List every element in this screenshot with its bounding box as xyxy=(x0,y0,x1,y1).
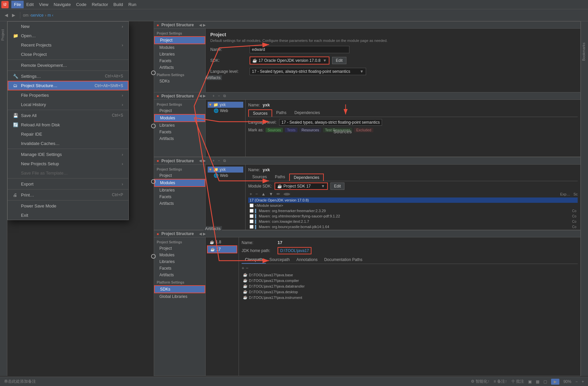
project-sidebar[interactable]: Project xyxy=(0,21,7,376)
menu-item-save-all[interactable]: 💾 Save All Ctrl+S xyxy=(8,111,128,120)
cp-tab-sourcepath[interactable]: Sourcepath xyxy=(266,256,293,264)
ps4-item-facets[interactable]: Facets xyxy=(154,265,205,272)
menu-item-close-project[interactable]: Close Project xyxy=(8,50,128,59)
cp-tab-annotations[interactable]: Annotations xyxy=(293,256,321,264)
menu-item-reload-all[interactable]: 🔄 Reload All from Disk xyxy=(8,120,128,129)
menu-item-file-properties[interactable]: File Properties › xyxy=(8,90,128,100)
menu-item-settings[interactable]: 🔧 Settings… Ctrl+Alt+S xyxy=(8,71,128,81)
dep-module-source-cb[interactable] xyxy=(250,203,254,207)
ps4-item-global-libs[interactable]: Global Libraries xyxy=(154,293,205,300)
cp-remove-btn[interactable]: − xyxy=(246,265,248,271)
ps3-item-modules[interactable]: Modules xyxy=(154,179,205,187)
menu-item-repair-ide[interactable]: Repair IDE xyxy=(8,129,128,139)
menu-item-export[interactable]: Export › xyxy=(8,179,128,189)
bookmarks-sidebar[interactable]: Bookmarks xyxy=(581,21,588,376)
menu-item-invalidate[interactable]: Invalidate Caches… xyxy=(8,139,128,148)
ps4-item-sdks[interactable]: SDKs xyxy=(154,285,205,293)
nav-forward-btn[interactable]: ▶ xyxy=(10,11,17,19)
menu-item-print[interactable]: 🖨 Print… Ctrl+P xyxy=(8,190,128,199)
breadcrumb-service[interactable]: service xyxy=(31,13,44,18)
dep-down[interactable]: ▼ xyxy=(268,191,275,197)
menu-navigate[interactable]: Navigate xyxy=(51,1,73,8)
dep-add[interactable]: + xyxy=(248,191,254,197)
tab3-sources[interactable]: Sources xyxy=(248,174,271,181)
ps3-item-facets[interactable]: Facets xyxy=(154,193,205,200)
ps4-item-libraries[interactable]: Libraries xyxy=(154,258,205,265)
module-sdk-select[interactable]: ☕ Project SDK 17 ▼ xyxy=(275,183,328,190)
menu-build[interactable]: Build xyxy=(111,1,126,8)
mark-excluded[interactable]: Excluded xyxy=(354,128,373,132)
panel4-nav-fwd[interactable]: ▶ xyxy=(203,232,206,236)
menu-item-remote-dev[interactable]: Remote Development… xyxy=(8,61,128,70)
breadcrumb-m[interactable]: m ‹ xyxy=(48,13,53,18)
panel1-nav-fwd[interactable]: ▶ xyxy=(203,23,206,27)
add-comment-btn[interactable]: 十 批注 xyxy=(511,379,524,384)
menu-view[interactable]: View xyxy=(36,1,51,8)
panel2-add-btn[interactable]: + xyxy=(211,93,216,98)
panel4-nav-back[interactable]: ◀ xyxy=(199,232,202,236)
sdk-edit-btn-3[interactable]: Edit xyxy=(330,183,345,190)
ps1-item-facets[interactable]: Facets xyxy=(154,58,205,64)
menu-refactor[interactable]: Refactor xyxy=(89,1,111,8)
mark-resources[interactable]: Resources xyxy=(299,128,321,132)
tab3-paths[interactable]: Paths xyxy=(271,174,289,181)
nav-back-btn[interactable]: ◀ xyxy=(3,11,10,19)
panel3-nav-back[interactable]: ◀ xyxy=(199,159,202,163)
tab-sources[interactable]: Sources xyxy=(248,109,272,117)
view-btn-2[interactable]: ▦ xyxy=(536,379,539,384)
ps3-item-artifacts[interactable]: Artifacts xyxy=(154,200,205,207)
panel2-copy-btn[interactable]: ⧉ xyxy=(222,93,227,98)
view-btn-3[interactable]: ▢ xyxy=(543,379,547,384)
sdk-item-18[interactable]: ☕ 1.8 xyxy=(207,239,237,245)
menu-item-exit[interactable]: Exit xyxy=(8,210,128,220)
ps2-item-facets[interactable]: Facets xyxy=(154,129,205,135)
mark-tests[interactable]: Tests xyxy=(285,128,297,132)
menu-edit[interactable]: Edit xyxy=(24,1,36,8)
dep-remove[interactable]: − xyxy=(254,191,260,197)
panel2-nav-back[interactable]: ◀ xyxy=(199,94,202,98)
dep-up[interactable]: ▲ xyxy=(260,191,267,197)
dep-bcmail-cb[interactable] xyxy=(250,225,254,229)
menu-item-power-save[interactable]: Power Save Mode xyxy=(8,201,128,210)
ps1-item-libraries[interactable]: Libraries xyxy=(154,51,205,58)
ps3-item-project[interactable]: Project xyxy=(154,172,205,179)
module-tree-yxk[interactable]: yxk xyxy=(220,102,226,107)
ps2-item-project[interactable]: Project xyxy=(154,107,205,114)
zoom-in-btn[interactable]: + xyxy=(582,379,584,384)
ps2-item-libraries[interactable]: Libraries xyxy=(154,122,205,129)
sdk-item-17[interactable]: ☕ 17 xyxy=(207,245,237,253)
cp-tab-classpath[interactable]: Classpath xyxy=(242,256,266,264)
comment-btn[interactable]: ≡ 备注↑ xyxy=(493,379,507,384)
sdk-select[interactable]: ☕ 17 Oracle OpenJDK version 17.0.8 ▼ xyxy=(250,57,329,64)
ps1-item-project[interactable]: Project xyxy=(154,36,205,44)
play-btn[interactable]: ▶ xyxy=(551,379,559,385)
dep-freemarker-cb[interactable] xyxy=(250,209,254,213)
ps1-item-artifacts[interactable]: Artifacts xyxy=(154,64,205,71)
mark-sources[interactable]: Sources xyxy=(266,128,283,132)
module-tree-web[interactable]: Web xyxy=(220,108,228,113)
panel2-remove-btn[interactable]: − xyxy=(217,93,221,98)
menu-item-new[interactable]: New › xyxy=(8,22,128,31)
panel3-copy-btn[interactable]: ⧉ xyxy=(222,158,227,163)
view-btn-1[interactable]: ▣ xyxy=(528,379,532,384)
ps4-item-modules[interactable]: Modules xyxy=(154,252,205,258)
ps4-item-project[interactable]: Project xyxy=(154,245,205,252)
panel2-nav-fwd[interactable]: ▶ xyxy=(203,94,206,98)
tab-deps[interactable]: Dependencies xyxy=(291,109,324,117)
menu-file[interactable]: File xyxy=(11,1,24,8)
panel3-nav-fwd[interactable]: ▶ xyxy=(203,159,206,163)
ps2-item-artifacts[interactable]: Artifacts xyxy=(154,135,205,142)
ps4-item-artifacts[interactable]: Artifacts xyxy=(154,272,205,278)
lang-level-select[interactable]: 17 - Sealed types, always-strict floatin… xyxy=(250,68,366,75)
dep-flying-saucer-cb[interactable] xyxy=(250,214,254,218)
menu-item-local-history[interactable]: Local History › xyxy=(8,100,128,109)
zoom-out-btn[interactable]: − xyxy=(575,379,578,384)
cp-tab-doc-paths[interactable]: Documentation Paths xyxy=(321,256,366,264)
menu-item-open[interactable]: 📁 Open… xyxy=(8,31,128,40)
panel3-add-btn[interactable]: + xyxy=(211,158,216,163)
menu-item-manage-ide[interactable]: Manage IDE Settings › xyxy=(8,150,128,159)
menu-item-project-structure[interactable]: 🗂 Project Structure… Ctrl+Alt+Shift+S xyxy=(8,81,128,90)
ps3-item-libraries[interactable]: Libraries xyxy=(154,187,205,193)
project-name-input[interactable] xyxy=(250,46,349,53)
status-note-text[interactable]: 单击此处添加备注 xyxy=(4,379,36,384)
